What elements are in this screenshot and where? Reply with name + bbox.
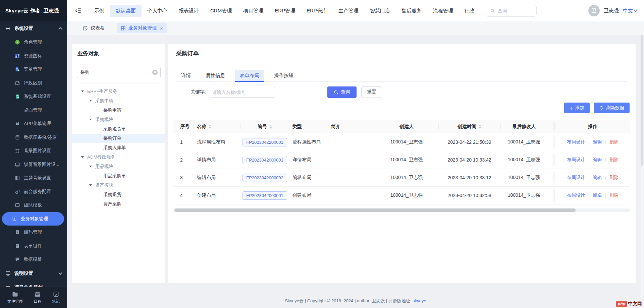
col-code[interactable]: 编号: [240, 120, 289, 133]
tree-node[interactable]: ERP+生产服务: [72, 87, 165, 96]
user-name[interactable]: 卫志强: [604, 8, 619, 14]
menu-fold-icon[interactable]: [75, 7, 82, 14]
nav-item-after-sales[interactable]: 售后服务: [396, 5, 427, 17]
nav-item-report-design[interactable]: 报表设计: [173, 5, 205, 17]
scrollbar-thumb[interactable]: [641, 35, 643, 166]
delete-link[interactable]: 删除: [609, 157, 619, 163]
edit-link[interactable]: 编辑: [593, 192, 602, 198]
tree-node[interactable]: ADM行政服务: [72, 152, 165, 162]
sidebar-item-form-components[interactable]: 表单组件: [0, 239, 67, 253]
avatar[interactable]: 卫: [588, 5, 600, 16]
tree-node[interactable]: 资产模块: [72, 181, 165, 190]
sidebar-item-app-menu[interactable]: APP菜单管理: [0, 117, 67, 131]
sidebar-group-system-settings[interactable]: 系统设置: [0, 21, 67, 36]
sort-icon[interactable]: [209, 125, 211, 129]
nav-item-process[interactable]: 流程管理: [427, 5, 459, 17]
code-badge[interactable]: FP2023042000002: [243, 174, 287, 182]
code-badge[interactable]: FP2023042000001: [243, 191, 287, 200]
nav-item-smart-store[interactable]: 智慧门店: [364, 5, 396, 17]
language-switcher[interactable]: 中文: [623, 8, 637, 14]
search-input[interactable]: [498, 8, 530, 13]
sidebar-item-theme-bg[interactable]: 主题背景设置: [0, 171, 67, 185]
tree-node[interactable]: 采购退货单: [72, 124, 165, 134]
sidebar-item-system-base[interactable]: 系统基础设置: [0, 90, 67, 104]
tree-node[interactable]: 采购模块: [72, 115, 165, 124]
tree-node[interactable]: 用品采购单: [72, 171, 165, 181]
nav-item-personal-center[interactable]: 个人中心: [142, 5, 173, 17]
sidebar-item-data-template[interactable]: 数据模板: [0, 253, 67, 266]
dock-item-schedule[interactable]: 日程: [34, 291, 41, 304]
delete-link[interactable]: 删除: [609, 192, 619, 198]
delete-link[interactable]: 删除: [609, 175, 619, 181]
caret-down-icon[interactable]: [89, 119, 92, 120]
query-button[interactable]: 查询: [327, 86, 357, 98]
delete-link[interactable]: 删除: [609, 139, 619, 145]
workspace-tab-business-object[interactable]: 业务对象管理 ×: [117, 23, 167, 33]
caret-down-icon[interactable]: [89, 166, 92, 167]
tree-node[interactable]: 采购申请: [72, 106, 165, 115]
tree-node-selected[interactable]: 采购订单: [72, 134, 165, 143]
code-badge[interactable]: FP2023042200001: [243, 138, 287, 146]
page-scrollbar[interactable]: [641, 35, 643, 308]
tab-action-buttons[interactable]: 操作按钮: [269, 70, 299, 81]
skyeye-link[interactable]: skyeye: [413, 298, 426, 303]
tree-node[interactable]: 采购入库单: [72, 143, 165, 152]
tab-form-layout[interactable]: 表单布局: [235, 70, 264, 81]
caret-down-icon[interactable]: [89, 184, 92, 186]
close-icon[interactable]: ×: [160, 25, 163, 31]
nav-item-erp-warehouse[interactable]: ERP仓库: [301, 5, 333, 17]
sidebar-item-team-template[interactable]: 团队模板: [0, 198, 67, 212]
clear-icon[interactable]: ✕: [152, 70, 158, 75]
edit-link[interactable]: 编辑: [593, 175, 602, 181]
tree-node[interactable]: 资产采购: [72, 199, 165, 209]
layout-design-link[interactable]: 布局设计: [567, 157, 585, 163]
keyword-input[interactable]: [209, 87, 275, 98]
sidebar-item-menu-mgmt[interactable]: 菜单管理: [0, 63, 67, 76]
layout-design-link[interactable]: 布局设计: [567, 192, 585, 198]
sidebar-item-business-object[interactable]: 业务对象管理: [2, 212, 64, 226]
dock-item-file-manager[interactable]: 文件管理: [7, 291, 23, 304]
caret-down-icon[interactable]: [81, 90, 84, 92]
nav-item-administration[interactable]: 行政: [459, 5, 480, 17]
sidebar-item-code-mgmt[interactable]: W 编码管理: [0, 226, 67, 239]
sort-icon[interactable]: [269, 125, 272, 129]
tree-node[interactable]: 采购退货: [72, 190, 165, 199]
workspace-tab-dashboard[interactable]: 仪表盘: [78, 23, 109, 33]
sidebar-item-lockscreen-bg[interactable]: 锁屏背景图片设...: [0, 158, 67, 172]
layout-design-link[interactable]: 布局设计: [567, 175, 585, 181]
layout-design-link[interactable]: 布局设计: [567, 139, 585, 145]
sidebar-group-description-settings[interactable]: 说明设置: [0, 266, 67, 281]
tree-node[interactable]: 用品模块: [72, 162, 165, 171]
edit-link[interactable]: 编辑: [593, 139, 602, 145]
nav-item-production[interactable]: 生产管理: [333, 5, 364, 17]
code-badge[interactable]: FP2023042000003: [243, 156, 287, 164]
sort-icon[interactable]: [479, 125, 481, 129]
sidebar-item-db-backup[interactable]: 数据库备份/还原: [0, 131, 67, 144]
tree-node[interactable]: 采购申请: [72, 96, 165, 106]
nav-item-erp[interactable]: ERP管理: [269, 5, 301, 17]
edit-link[interactable]: 编辑: [593, 157, 602, 163]
col-name[interactable]: 名称: [194, 120, 240, 133]
tab-attributes[interactable]: 属性信息: [201, 70, 230, 81]
refresh-button[interactable]: 刷新数据: [594, 103, 630, 113]
nav-item-default-desktop[interactable]: 默认桌面: [110, 5, 142, 17]
sidebar-item-resource-icons[interactable]: 资源图标: [0, 49, 67, 63]
caret-down-icon[interactable]: [81, 156, 84, 158]
sidebar-group-project-planning[interactable]: 项目业务规划: [0, 281, 67, 287]
nav-item-example[interactable]: 示例: [89, 5, 110, 17]
nav-item-crm[interactable]: CRM管理: [205, 5, 237, 17]
nav-item-project[interactable]: 项目管理: [237, 5, 269, 17]
scrollbar-thumb[interactable]: [174, 208, 576, 212]
horizontal-scrollbar[interactable]: [173, 208, 630, 212]
col-created[interactable]: 创建时间: [438, 120, 500, 133]
sidebar-item-bg-image[interactable]: 背景图片设置: [0, 144, 67, 158]
sidebar-item-desktop-mgmt[interactable]: 桌面管理: [0, 104, 67, 117]
sidebar-item-role-mgmt[interactable]: A 角色管理: [0, 36, 67, 49]
tab-details[interactable]: 详情: [176, 70, 196, 81]
add-button[interactable]: + 添加: [564, 103, 590, 113]
tree-search-input[interactable]: [77, 67, 161, 78]
sidebar-item-admin-region[interactable]: 行政区划: [0, 76, 67, 90]
caret-down-icon[interactable]: [89, 100, 92, 102]
dock-item-notes[interactable]: 笔记: [52, 291, 60, 304]
reset-button[interactable]: 重置: [361, 86, 382, 98]
